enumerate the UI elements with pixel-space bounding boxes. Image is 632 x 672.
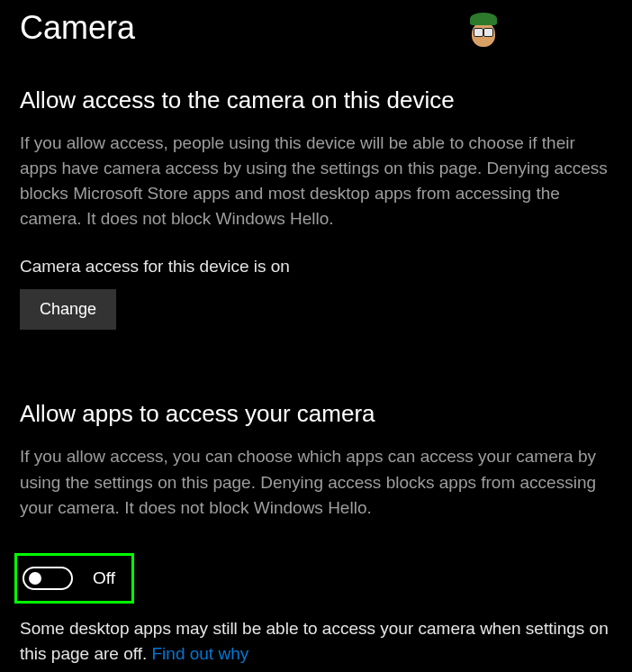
apps-access-toggle[interactable] [23, 567, 73, 590]
apps-access-toggle-container: Off [14, 553, 134, 604]
toggle-knob-icon [29, 572, 41, 585]
avatar [465, 13, 502, 50]
device-access-heading: Allow access to the camera on this devic… [20, 86, 614, 114]
find-out-why-link[interactable]: Find out why [151, 644, 248, 663]
apps-access-heading: Allow apps to access your camera [20, 400, 614, 428]
apps-access-toggle-label: Off [93, 568, 115, 588]
apps-access-note-text: Some desktop apps may still be able to a… [20, 619, 609, 663]
change-button[interactable]: Change [20, 289, 116, 330]
device-access-status: Camera access for this device is on [20, 257, 614, 277]
apps-access-description: If you allow access, you can choose whic… [20, 444, 614, 520]
apps-access-note: Some desktop apps may still be able to a… [20, 616, 614, 667]
device-access-description: If you allow access, people using this d… [20, 131, 614, 232]
page-title: Camera [20, 9, 614, 47]
